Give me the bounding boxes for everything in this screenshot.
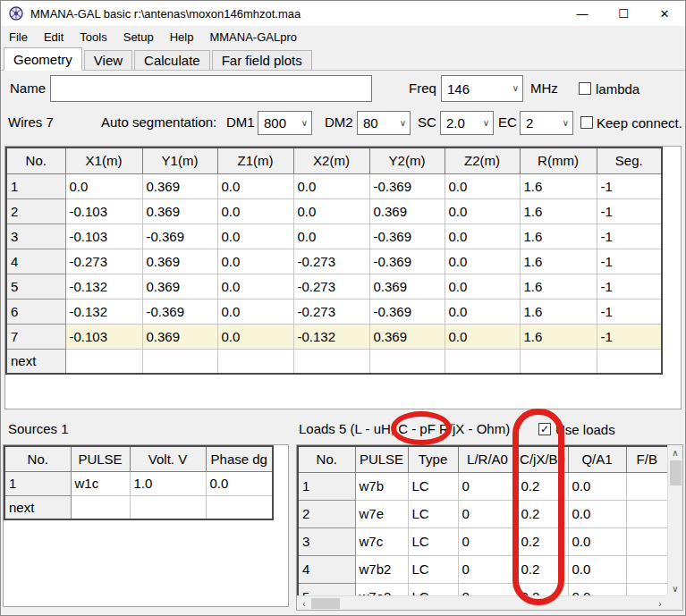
- grid-cell[interactable]: 0.0: [217, 198, 293, 224]
- scroll-down-icon[interactable]: ∨: [668, 581, 682, 595]
- grid-cell[interactable]: 0: [458, 472, 517, 500]
- grid-cell[interactable]: 1.0: [130, 471, 206, 495]
- menu-edit[interactable]: Edit: [36, 26, 72, 47]
- scroll-left-icon[interactable]: ‹: [297, 596, 311, 611]
- grid-cell[interactable]: 0: [458, 555, 517, 583]
- loads-vertical-scrollbar[interactable]: ∧ ∨: [667, 445, 682, 595]
- row-header-cell[interactable]: 5: [298, 583, 355, 595]
- grid-cell[interactable]: [626, 500, 667, 527]
- grid-cell[interactable]: 0.0: [217, 224, 293, 249]
- column-header[interactable]: Z2(m): [445, 148, 520, 173]
- grid-cell[interactable]: 0.369: [142, 198, 217, 224]
- grid-cell[interactable]: 0.369: [369, 274, 445, 299]
- row-header-cell[interactable]: 3: [6, 224, 65, 249]
- grid-cell[interactable]: -0.369: [369, 224, 445, 249]
- grid-cell[interactable]: -0.369: [142, 299, 217, 324]
- grid-cell[interactable]: 0.369: [369, 198, 445, 224]
- grid-cell[interactable]: 0.369: [142, 173, 217, 198]
- grid-cell[interactable]: 0.0: [293, 198, 369, 224]
- row-header-cell[interactable]: 1: [4, 471, 71, 495]
- row-header-cell[interactable]: next: [6, 349, 65, 374]
- tab-far-field-plots[interactable]: Far field plots: [212, 50, 312, 70]
- grid-cell[interactable]: 0.0: [568, 500, 626, 527]
- grid-cell[interactable]: w7e: [355, 500, 408, 527]
- tab-calculate[interactable]: Calculate: [134, 50, 210, 70]
- column-header[interactable]: No.: [298, 446, 355, 472]
- grid-cell[interactable]: LC: [408, 527, 458, 555]
- grid-cell[interactable]: -0.132: [65, 274, 142, 299]
- grid-cell[interactable]: LC: [408, 472, 458, 500]
- grid-cell[interactable]: LC: [408, 500, 458, 527]
- grid-cell[interactable]: 0.369: [142, 324, 217, 349]
- row-header-cell[interactable]: 6: [6, 299, 65, 324]
- grid-cell[interactable]: 0.2: [517, 472, 568, 500]
- grid-cell[interactable]: 1.6: [520, 274, 597, 299]
- tab-view[interactable]: View: [84, 50, 132, 70]
- column-header[interactable]: No.: [4, 446, 71, 471]
- grid-cell[interactable]: 1.6: [520, 198, 597, 224]
- grid-cell[interactable]: 1.6: [520, 299, 597, 324]
- grid-cell[interactable]: w7b: [355, 472, 408, 500]
- grid-cell[interactable]: -1: [597, 249, 662, 274]
- column-header[interactable]: Seg.: [597, 148, 662, 173]
- grid-cell[interactable]: 0.0: [293, 173, 369, 198]
- column-header[interactable]: Volt. V: [130, 446, 206, 471]
- grid-cell[interactable]: 0.369: [369, 324, 445, 349]
- dm2-combo[interactable]: 80 ∨: [357, 111, 411, 135]
- sc-combo[interactable]: 2.0 ∨: [440, 111, 494, 135]
- grid-cell[interactable]: -0.273: [293, 299, 369, 324]
- column-header[interactable]: C/jX/B0: [517, 446, 568, 472]
- grid-cell[interactable]: -0.273: [65, 249, 142, 274]
- grid-cell[interactable]: -0.369: [369, 299, 445, 324]
- grid-cell[interactable]: [626, 555, 667, 583]
- freq-combo[interactable]: 146 ∨: [441, 75, 523, 102]
- grid-cell[interactable]: [65, 349, 142, 374]
- column-header[interactable]: Y1(m): [142, 148, 217, 173]
- column-header[interactable]: Type: [408, 446, 458, 472]
- menu-file[interactable]: File: [1, 26, 36, 47]
- grid-cell[interactable]: -0.103: [65, 324, 142, 349]
- grid-cell[interactable]: 0.0: [568, 583, 626, 595]
- grid-cell[interactable]: [71, 495, 130, 519]
- grid-cell[interactable]: [293, 349, 369, 374]
- grid-cell[interactable]: -1: [597, 198, 662, 224]
- column-header[interactable]: Phase dg: [206, 446, 273, 471]
- lambda-checkbox[interactable]: [579, 82, 591, 95]
- row-header-cell[interactable]: 5: [6, 274, 65, 299]
- grid-cell[interactable]: -0.369: [369, 249, 445, 274]
- grid-cell[interactable]: 0.0: [445, 274, 520, 299]
- scroll-right-icon[interactable]: ›: [653, 596, 667, 611]
- grid-cell[interactable]: w7b2: [355, 555, 408, 583]
- row-header-cell[interactable]: 7: [6, 324, 65, 349]
- grid-cell[interactable]: -0.132: [293, 324, 369, 349]
- grid-cell[interactable]: 0.2: [517, 500, 568, 527]
- tab-geometry[interactable]: Geometry: [4, 47, 82, 71]
- grid-cell[interactable]: 0.0: [445, 324, 520, 349]
- grid-cell[interactable]: 0.0: [65, 173, 142, 198]
- column-header[interactable]: X2(m): [293, 148, 369, 173]
- grid-cell[interactable]: -1: [597, 173, 662, 198]
- grid-cell[interactable]: 0.0: [445, 173, 520, 198]
- grid-cell[interactable]: -0.103: [65, 224, 142, 249]
- grid-cell[interactable]: LC: [408, 583, 458, 595]
- grid-cell[interactable]: 0.0: [445, 249, 520, 274]
- grid-cell[interactable]: 0.0: [206, 471, 273, 495]
- column-header[interactable]: R(mm): [520, 148, 597, 173]
- grid-cell[interactable]: 0.0: [293, 224, 369, 249]
- grid-cell[interactable]: -0.132: [65, 299, 142, 324]
- use-loads-checkbox[interactable]: ✓: [538, 423, 551, 435]
- grid-cell[interactable]: -1: [597, 299, 662, 324]
- grid-cell[interactable]: 0: [458, 527, 517, 555]
- grid-cell[interactable]: 0.0: [568, 527, 626, 555]
- grid-cell[interactable]: 0.0: [217, 274, 293, 299]
- row-header-cell[interactable]: 4: [6, 249, 65, 274]
- grid-cell[interactable]: 0.0: [217, 249, 293, 274]
- grid-cell[interactable]: [520, 349, 597, 374]
- dm1-combo[interactable]: 800 ∨: [258, 111, 312, 135]
- column-header[interactable]: Y2(m): [369, 148, 445, 173]
- menu-setup[interactable]: Setup: [115, 26, 162, 47]
- grid-cell[interactable]: 0.0: [445, 224, 520, 249]
- grid-cell[interactable]: w1c: [71, 471, 130, 495]
- grid-cell[interactable]: -0.369: [142, 224, 217, 249]
- grid-cell[interactable]: 1.6: [520, 173, 597, 198]
